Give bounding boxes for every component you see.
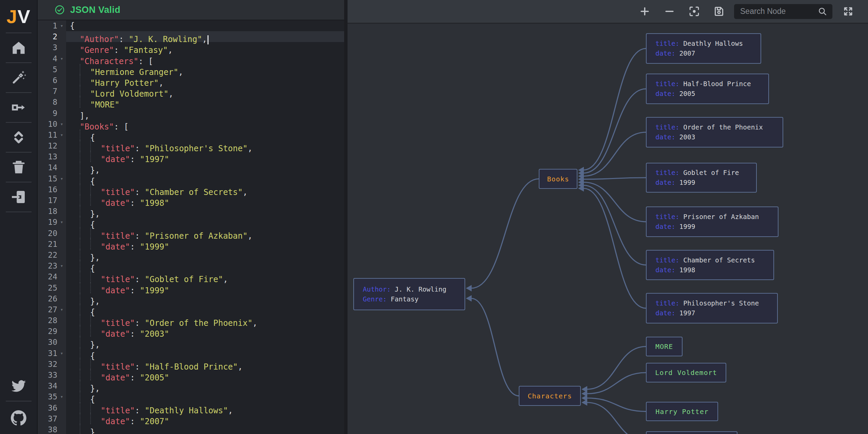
code-line-36[interactable]: 36"title": "Deathly Hallows", <box>38 402 344 413</box>
code-line-10[interactable]: 10▾"Books": [ <box>38 119 344 130</box>
graph-node-b5[interactable]: title: Prisoner of Azkabandate: 1999 <box>646 206 778 237</box>
code-line-24[interactable]: 24"title": "Goblet of Fire", <box>38 271 344 282</box>
code-line-13[interactable]: 13"date": "1997" <box>38 151 344 162</box>
graph-node-b2[interactable]: title: Half-Blood Princedate: 2005 <box>646 74 769 104</box>
twitter-link[interactable] <box>0 372 37 401</box>
code-line-text[interactable]: { <box>66 173 344 184</box>
code-line-text[interactable]: "Characters": [ <box>66 53 344 64</box>
code-line-text[interactable]: "Hermione Granger", <box>66 64 344 75</box>
code-line-33[interactable]: 33"date": "2005" <box>38 370 344 380</box>
code-line-14[interactable]: 14}, <box>38 162 344 173</box>
code-line-15[interactable]: 15▾{ <box>38 173 344 184</box>
code-line-text[interactable]: "Harry Potter", <box>66 75 344 86</box>
graph-node-characters[interactable]: Characters <box>519 386 581 406</box>
code-line-16[interactable]: 16"title": "Chamber of Secrets", <box>38 184 344 195</box>
search-node-input[interactable] <box>739 6 818 16</box>
graph-node-b3[interactable]: title: Order of the Phoenixdate: 2003 <box>646 117 783 147</box>
code-line-text[interactable]: }, <box>66 250 344 260</box>
auto-format-button[interactable] <box>0 63 37 92</box>
graph-node-b6[interactable]: title: Chamber of Secretsdate: 1998 <box>646 250 774 280</box>
code-line-text[interactable]: "Books": [ <box>66 119 344 130</box>
home-button[interactable] <box>0 33 37 62</box>
fold-toggle-icon[interactable]: ▾ <box>57 20 66 31</box>
code-line-text[interactable]: { <box>66 391 344 402</box>
code-line-9[interactable]: 9], <box>38 108 344 119</box>
code-line-text[interactable]: { <box>66 20 344 31</box>
code-line-text[interactable]: "Lord Voldemort", <box>66 86 344 97</box>
code-line-text[interactable]: "date": "1997" <box>66 151 344 162</box>
graph-node-b4[interactable]: title: Goblet of Firedate: 1999 <box>646 163 757 193</box>
fold-toggle-button[interactable] <box>0 123 37 152</box>
save-button[interactable] <box>713 6 725 17</box>
zoom-in-button[interactable] <box>639 6 650 17</box>
code-line-text[interactable]: { <box>66 348 344 359</box>
code-line-text[interactable]: "date": "1998" <box>66 195 344 206</box>
fold-toggle-icon[interactable]: ▾ <box>57 304 66 315</box>
code-line-38[interactable]: 38} <box>38 424 344 434</box>
fold-toggle-icon[interactable]: ▾ <box>57 173 66 184</box>
code-line-text[interactable]: }, <box>66 206 344 217</box>
graph-node-c3[interactable]: Harry Potter <box>646 402 718 421</box>
code-line-1[interactable]: 1▾{ <box>38 20 344 31</box>
code-line-26[interactable]: 26}, <box>38 293 344 304</box>
graph-node-c4[interactable]: Hermione Granger <box>646 431 737 434</box>
code-line-5[interactable]: 5"Hermione Granger", <box>38 64 344 75</box>
code-line-text[interactable]: "MORE" <box>66 97 344 107</box>
code-line-text[interactable]: "title": "Prisoner of Azkaban", <box>66 228 344 239</box>
code-line-22[interactable]: 22}, <box>38 250 344 260</box>
graph-node-b1[interactable]: title: Deathly Hallowsdate: 2007 <box>646 33 761 64</box>
fold-toggle-icon[interactable]: ▾ <box>57 348 66 359</box>
code-line-text[interactable]: "date": "2005" <box>66 370 344 380</box>
fold-toggle-icon[interactable]: ▾ <box>57 119 66 130</box>
code-line-19[interactable]: 19▾{ <box>38 217 344 228</box>
code-line-text[interactable]: ], <box>66 108 344 119</box>
code-line-27[interactable]: 27▾{ <box>38 304 344 315</box>
fold-toggle-icon[interactable]: ▾ <box>57 53 66 64</box>
code-line-text[interactable]: "title": "Order of the Phoenix", <box>66 315 344 326</box>
code-line-32[interactable]: 32"title": "Half-Blood Prince", <box>38 359 344 370</box>
code-line-text[interactable]: "Author": "J. K. Rowling", <box>66 31 344 42</box>
code-line-30[interactable]: 30}, <box>38 337 344 348</box>
code-line-text[interactable]: "date": "2007" <box>66 413 344 424</box>
code-line-text[interactable]: "title": "Chamber of Secrets", <box>66 184 344 195</box>
center-view-button[interactable] <box>689 6 700 17</box>
code-line-18[interactable]: 18}, <box>38 206 344 217</box>
code-line-text[interactable]: { <box>66 217 344 228</box>
code-line-3[interactable]: 3"Genre": "Fantasy", <box>38 42 344 53</box>
fold-toggle-icon[interactable]: ▾ <box>57 260 66 271</box>
graph-node-b7[interactable]: title: Philosopher's Stonedate: 1997 <box>646 293 778 323</box>
fold-toggle-icon[interactable]: ▾ <box>57 130 66 140</box>
code-line-text[interactable]: }, <box>66 380 344 391</box>
fullscreen-button[interactable] <box>843 6 854 17</box>
code-line-text[interactable]: }, <box>66 293 344 304</box>
code-line-34[interactable]: 34}, <box>38 380 344 391</box>
fold-toggle-icon[interactable]: ▾ <box>57 217 66 228</box>
code-line-text[interactable]: "Genre": "Fantasy", <box>66 42 344 53</box>
graph-node-root[interactable]: Author: J. K. RowlingGenre: Fantasy <box>353 278 465 310</box>
code-line-37[interactable]: 37"date": "2007" <box>38 413 344 424</box>
code-line-28[interactable]: 28"title": "Order of the Phoenix", <box>38 315 344 326</box>
code-line-text[interactable]: "title": "Deathly Hallows", <box>66 402 344 413</box>
code-line-6[interactable]: 6"Harry Potter", <box>38 75 344 86</box>
code-line-25[interactable]: 25"date": "1999" <box>38 282 344 293</box>
code-line-text[interactable]: } <box>66 424 344 434</box>
code-line-7[interactable]: 7"Lord Voldemort", <box>38 86 344 97</box>
fold-toggle-icon[interactable]: ▾ <box>57 391 66 402</box>
graph-node-c2[interactable]: Lord Voldemort <box>646 363 726 382</box>
code-line-20[interactable]: 20"title": "Prisoner of Azkaban", <box>38 228 344 239</box>
code-line-text[interactable]: "title": "Goblet of Fire", <box>66 271 344 282</box>
code-line-text[interactable]: { <box>66 260 344 271</box>
code-line-35[interactable]: 35▾{ <box>38 391 344 402</box>
clear-json-button[interactable] <box>0 153 37 182</box>
graph-node-books[interactable]: Books <box>539 169 577 189</box>
import-json-button[interactable] <box>0 182 37 212</box>
graph-node-c1[interactable]: MORE <box>646 337 683 356</box>
zoom-out-button[interactable] <box>664 6 675 17</box>
code-line-4[interactable]: 4▾"Characters": [ <box>38 53 344 64</box>
code-line-text[interactable]: }, <box>66 337 344 348</box>
graph-panel[interactable]: Author: J. K. RowlingGenre: FantasyBooks… <box>348 0 868 434</box>
code-line-17[interactable]: 17"date": "1998" <box>38 195 344 206</box>
code-line-text[interactable]: "date": "1999" <box>66 239 344 250</box>
code-line-text[interactable]: "title": "Philosopher's Stone", <box>66 140 344 151</box>
code-line-text[interactable]: { <box>66 130 344 140</box>
